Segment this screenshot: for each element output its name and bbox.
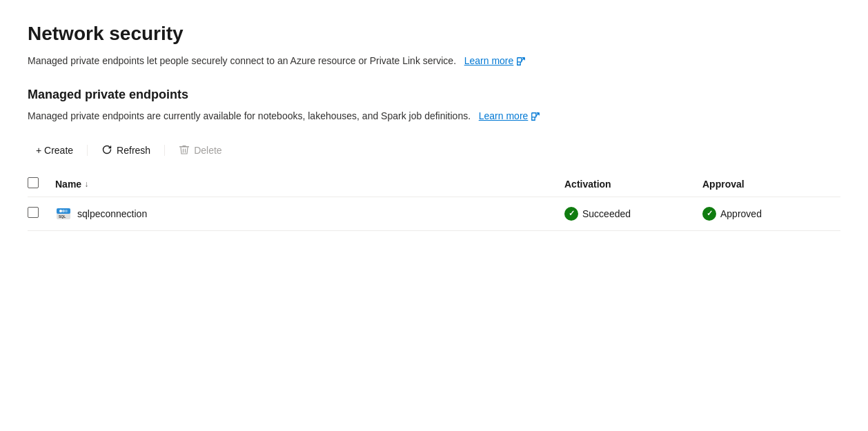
activation-status: Succeeded (582, 208, 631, 219)
col-header-activation: Activation (564, 179, 702, 190)
approval-success-icon: ✓ (702, 207, 716, 221)
svg-point-6 (62, 210, 65, 212)
learn-more-link-1[interactable]: Learn more (464, 54, 526, 68)
sql-server-icon: SQL (55, 206, 72, 222)
row-checkbox[interactable] (28, 207, 39, 218)
row-name-cell: SQL sqlpeconnection (55, 206, 564, 222)
page-title: Network security (28, 22, 840, 46)
sort-icon[interactable]: ↓ (84, 179, 88, 189)
table-header: Name ↓ Activation Approval (28, 172, 840, 197)
header-checkbox-cell (28, 177, 55, 191)
activation-success-icon: ✓ (564, 207, 578, 221)
delete-icon (179, 144, 190, 157)
svg-text:SQL: SQL (59, 214, 66, 219)
refresh-icon (101, 144, 112, 157)
svg-rect-1 (532, 113, 536, 117)
external-link-icon-1 (516, 57, 526, 66)
svg-point-7 (65, 210, 68, 212)
toolbar-divider-2 (164, 145, 165, 156)
svg-rect-0 (517, 58, 522, 62)
section-description: Managed private endpoints are currently … (28, 109, 593, 123)
row-activation-cell: ✓ Succeeded (564, 207, 702, 221)
table-row[interactable]: SQL sqlpeconnection ✓ Succeeded ✓ Approv… (28, 197, 840, 231)
row-approval-cell: ✓ Approved (702, 207, 840, 221)
approval-status: Approved (720, 208, 762, 219)
delete-label: Delete (194, 145, 221, 156)
page-description: Managed private endpoints let people sec… (28, 54, 566, 68)
svg-point-5 (59, 210, 62, 212)
svg-rect-2 (179, 146, 189, 148)
toolbar-divider-1 (87, 145, 88, 156)
section-title: Managed private endpoints (28, 88, 840, 102)
refresh-button[interactable]: Refresh (93, 140, 159, 161)
create-label: + Create (36, 145, 73, 156)
row-checkbox-cell (28, 207, 55, 221)
learn-more-link-2[interactable]: Learn more (479, 109, 541, 123)
col-header-approval: Approval (702, 179, 840, 190)
external-link-icon-2 (531, 112, 540, 121)
col-header-name: Name ↓ (55, 179, 564, 190)
toolbar: + Create Refresh Delete (28, 140, 840, 161)
row-name: sqlpeconnection (77, 208, 147, 219)
refresh-label: Refresh (117, 145, 150, 156)
delete-button[interactable]: Delete (170, 140, 230, 161)
create-button[interactable]: + Create (28, 141, 81, 160)
endpoints-table: Name ↓ Activation Approval SQL sqlpeconn… (28, 172, 840, 231)
select-all-checkbox[interactable] (28, 177, 39, 188)
